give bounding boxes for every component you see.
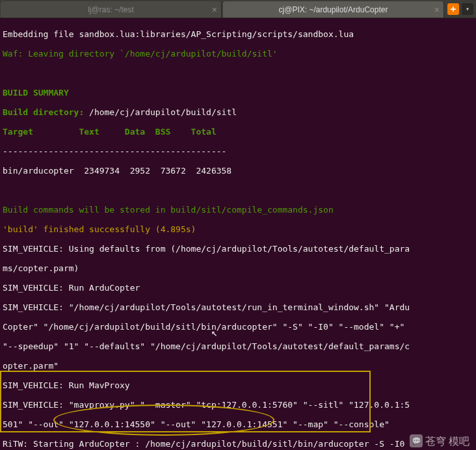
output-line: bin/arducopter 2349734 2952 73672 242635… [3, 166, 473, 176]
output-line: RiTW: Starting ArduCopter : /home/cj/ard… [3, 439, 473, 449]
tab-menu-button[interactable]: ▾ [462, 3, 473, 15]
output-line: SIM_VEHICLE: Using defaults from (/home/… [3, 244, 473, 254]
output-line [3, 68, 473, 78]
output-line: Target Text Data BSS Total [3, 127, 473, 137]
tab-terminal-2[interactable]: cj@PIX: ~/ardupilot/ArduCopter × [223, 1, 444, 18]
output-line: "--speedup" "1" "--defaults" "/home/cj/a… [3, 341, 473, 351]
close-icon[interactable]: × [212, 5, 217, 15]
output-line: Waf: Leaving directory `/home/cj/ardupil… [3, 49, 473, 59]
new-tab-button[interactable]: + [447, 3, 459, 15]
output-line: ms/copter.parm) [3, 263, 473, 273]
terminal-output[interactable]: Embedding file sandbox.lua:libraries/AP_… [0, 18, 476, 450]
tab-bar: lj@ras: ~/test × cj@PIX: ~/ardupilot/Ard… [0, 0, 476, 18]
output-line: Build commands will be stored in build/s… [3, 205, 473, 215]
output-line [3, 185, 473, 195]
output-line: Build directory: /home/cj/ardupilot/buil… [3, 107, 473, 117]
output-line: Embedding file sandbox.lua:libraries/AP_… [3, 29, 473, 39]
output-line: ----------------------------------------… [3, 146, 473, 156]
tab-terminal-1[interactable]: lj@ras: ~/test × [1, 1, 222, 18]
output-line: 'build' finished successfully (4.895s) [3, 224, 473, 234]
tab-label: lj@ras: ~/test [88, 5, 134, 14]
output-line: BUILD SUMMARY [3, 88, 473, 98]
watermark-text: 模吧 [449, 436, 469, 446]
output-line: SIM_VEHICLE: "/home/cj/ardupilot/Tools/a… [3, 302, 473, 312]
wechat-icon: 💬 [410, 434, 423, 447]
output-line: Copter" "/home/cj/ardupilot/build/sitl/b… [3, 322, 473, 332]
watermark-text: 苍穹 [425, 436, 446, 446]
output-line: opter.parm" [3, 361, 473, 371]
tab-label: cj@PIX: ~/ardupilot/ArduCopter [279, 5, 388, 14]
close-icon[interactable]: × [434, 5, 440, 15]
output-line: SIM_VEHICLE: "mavproxy.py" "--master" "t… [3, 400, 473, 410]
output-line: SIM_VEHICLE: Run MavProxy [3, 380, 473, 390]
output-line: 501" "--out" "127.0.0.1:14550" "--out" "… [3, 419, 473, 429]
tab-controls: + ▾ [445, 0, 476, 18]
output-line: SIM_VEHICLE: Run ArduCopter [3, 283, 473, 293]
watermark: 💬 苍穹 模吧 [410, 434, 469, 447]
